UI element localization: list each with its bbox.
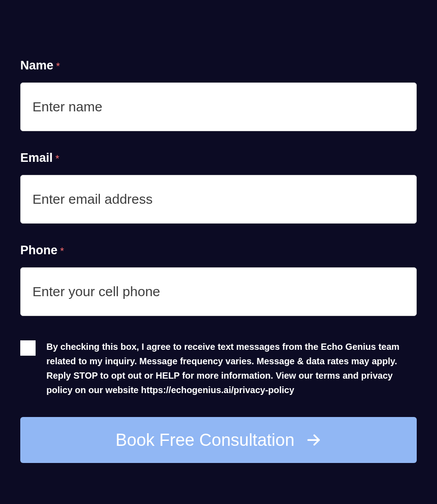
arrow-right-icon — [305, 432, 322, 448]
consent-checkbox[interactable] — [20, 340, 36, 356]
consent-row: By checking this box, I agree to receive… — [20, 339, 417, 397]
name-label: Name * — [20, 59, 417, 73]
submit-button-label: Book Free Consultation — [115, 431, 294, 450]
required-star-icon: * — [60, 245, 64, 257]
phone-input[interactable] — [20, 267, 417, 316]
book-consultation-button[interactable]: Book Free Consultation — [20, 417, 417, 463]
email-label: Email * — [20, 151, 417, 165]
name-input[interactable] — [20, 82, 417, 131]
phone-field-group: Phone * — [20, 243, 417, 316]
required-star-icon: * — [56, 60, 60, 72]
consultation-form: Name * Email * Phone * By checking this … — [20, 59, 417, 463]
phone-label: Phone * — [20, 243, 417, 257]
name-label-text: Name — [20, 59, 54, 73]
consent-text: By checking this box, I agree to receive… — [46, 339, 417, 397]
name-field-group: Name * — [20, 59, 417, 131]
email-field-group: Email * — [20, 151, 417, 224]
required-star-icon: * — [55, 153, 59, 165]
email-label-text: Email — [20, 151, 53, 165]
phone-label-text: Phone — [20, 243, 58, 257]
email-field[interactable] — [20, 175, 417, 224]
